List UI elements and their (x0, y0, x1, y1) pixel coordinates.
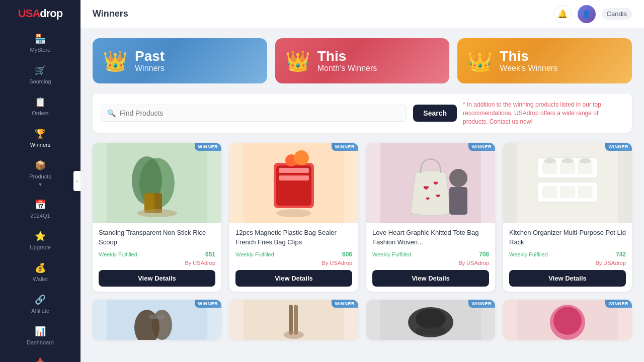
bell-icon: 🔔 (557, 9, 568, 19)
svg-rect-24 (560, 162, 575, 174)
svg-point-47 (553, 307, 582, 335)
sidebar-label-products: Products (29, 173, 51, 179)
sidebar-item-products[interactable]: 📦 Products ▼ (0, 154, 80, 193)
svg-point-5 (137, 209, 177, 217)
sidebar-item-dashboard[interactable]: 📊 Dashboard (0, 320, 80, 351)
product-info-1: Standing Transparent Non Stick Rice Scoo… (93, 223, 221, 291)
dashboard-icon: 📊 (35, 326, 46, 337)
products-icon: 📦 (35, 160, 46, 171)
sidebar-label-mystore: MyStore (30, 47, 51, 53)
view-details-button-2[interactable]: View Details (235, 270, 352, 287)
tab-this-month-winners[interactable]: 👑 This Month's Winners (275, 38, 450, 83)
wallet-icon: 💰 (35, 262, 46, 274)
product-count-2: 606 (342, 251, 352, 258)
svg-rect-39 (294, 305, 298, 335)
sidebar-item-sourcing[interactable]: 🛒 Sourcing (0, 59, 80, 90)
import-list-icon: 📥 (35, 357, 46, 362)
header-right: 🔔 👤 Candis (553, 5, 632, 23)
month-crown-icon: 👑 (285, 49, 310, 73)
main-area: Winners 🔔 👤 Candis 👑 Past Winners 👑 (80, 0, 644, 362)
sidebar-label-2024q1: 2024Q1 (30, 213, 50, 219)
svg-text:❤: ❤ (426, 196, 430, 202)
affiliate-icon: 🔗 (35, 294, 46, 305)
svg-rect-36 (149, 315, 165, 319)
product-meta-4: Weekly Fulfilled 742 (509, 251, 626, 258)
sidebar-item-affiliate[interactable]: 🔗 Affiliate (0, 288, 80, 320)
sidebar-item-wallet[interactable]: 💰 Wallet (0, 256, 80, 288)
svg-text:❤: ❤ (433, 180, 438, 187)
svg-rect-20 (449, 187, 467, 215)
search-button[interactable]: Search (413, 105, 457, 122)
logo-drop: drop (40, 7, 62, 20)
product-meta-3: Weekly Fulfilled 708 (372, 251, 489, 258)
product-card-4: Winner (503, 143, 632, 291)
svg-point-35 (152, 310, 172, 340)
product-title-3: Love Heart Graphic Knitted Tote Bag Fash… (372, 228, 489, 246)
search-info-text: * In addition to the winning products li… (463, 101, 601, 125)
winners-icon: 🏆 (35, 128, 46, 139)
avatar-image: 👤 (582, 10, 591, 18)
svg-text:❤: ❤ (436, 193, 440, 199)
svg-rect-9 (279, 168, 309, 173)
sidebar-collapse-handle[interactable]: ‹ (73, 171, 80, 191)
logo-container: USAdrop (0, 0, 80, 27)
tab-past-winners[interactable]: 👑 Past Winners (93, 38, 267, 83)
view-details-button-3[interactable]: View Details (372, 270, 489, 287)
product-title-1: Standing Transparent Non Stick Rice Scoo… (99, 228, 215, 246)
weekly-tag-2: Weekly Fulfilled (235, 251, 274, 257)
winner-badge-8: Winner (605, 300, 632, 308)
svg-rect-29 (578, 186, 593, 198)
winner-badge-4: Winner (605, 143, 632, 151)
product-by-2: By USAdrop (235, 260, 352, 266)
search-input[interactable] (120, 109, 400, 117)
view-details-button-4[interactable]: View Details (509, 270, 626, 287)
sidebar-nav: 🏪 MyStore 🛒 Sourcing 📋 Orders 🏆 Winners … (0, 27, 80, 362)
upgrade-icon: ⭐ (35, 231, 46, 242)
winner-badge-6: Winner (332, 300, 359, 308)
product-image-4 (503, 143, 632, 223)
sidebar-item-import-list[interactable]: 📥 Import List (0, 351, 80, 362)
search-info: * In addition to the winning products li… (463, 101, 624, 126)
tab-this-week-winners[interactable]: 👑 This Week's Winners (457, 38, 632, 83)
past-sub: Winners (135, 64, 165, 73)
notification-button[interactable]: 🔔 (553, 5, 572, 23)
weekly-tag-3: Weekly Fulfilled (372, 251, 411, 257)
view-details-button-1[interactable]: View Details (99, 270, 215, 287)
sidebar-item-winners[interactable]: 🏆 Winners (0, 122, 80, 154)
search-input-wrap: 🔍 (101, 105, 407, 122)
sidebar-label-upgrade: Upgrade (30, 244, 51, 250)
winner-tabs: 👑 Past Winners 👑 This Month's Winners 👑 … (93, 38, 632, 83)
svg-point-13 (276, 209, 311, 217)
product-meta-1: Weekly Fulfilled 651 (99, 251, 215, 258)
sidebar-item-upgrade[interactable]: ⭐ Upgrade (0, 225, 80, 256)
product-info-3: Love Heart Graphic Knitted Tote Bag Fash… (366, 223, 495, 291)
svg-point-43 (416, 309, 446, 329)
past-winners-text: Past Winners (135, 49, 165, 73)
product-image-2 (229, 143, 358, 223)
month-main: This (317, 49, 377, 64)
product-info-2: 12pcs Magnetic Plastic Bag Sealer French… (229, 223, 358, 291)
winner-badge-7: Winner (468, 300, 496, 308)
product-image-1 (93, 143, 221, 223)
svg-point-32 (579, 158, 591, 163)
sidebar-label-dashboard: Dashboard (27, 339, 54, 345)
sidebar-label-orders: Orders (32, 110, 49, 116)
week-sub: Week's Winners (500, 64, 557, 73)
svg-text:❤: ❤ (423, 184, 429, 192)
sidebar-label-winners: Winners (30, 142, 50, 148)
svg-point-19 (449, 169, 467, 187)
svg-rect-38 (289, 305, 293, 335)
svg-point-30 (544, 158, 556, 163)
sidebar-item-mystore[interactable]: 🏪 MyStore (0, 27, 80, 59)
sidebar-item-orders[interactable]: 📋 Orders (0, 90, 80, 122)
sidebar-item-2024q1[interactable]: 📅 2024Q1 (0, 193, 80, 225)
product-card-2: Winner 12pcs Magnetic Plastic Bag Sea (229, 143, 358, 291)
header: Winners 🔔 👤 Candis (80, 0, 644, 28)
this-week-text: This Week's Winners (500, 49, 557, 73)
svg-point-12 (294, 150, 309, 165)
user-avatar[interactable]: 👤 (578, 5, 596, 23)
search-magnifier-icon: 🔍 (107, 109, 116, 117)
logo: USAdrop (18, 7, 62, 20)
mystore-icon: 🏪 (35, 33, 46, 44)
this-month-text: This Month's Winners (317, 49, 377, 73)
